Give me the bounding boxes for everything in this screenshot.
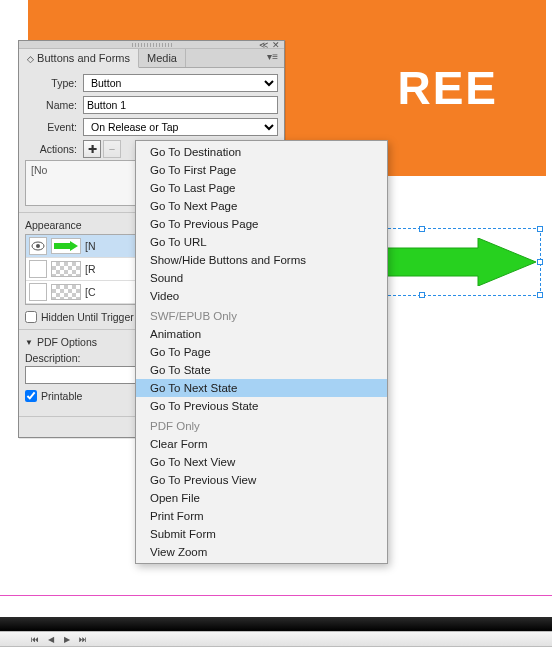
- menu-item[interactable]: Go To Previous State: [136, 397, 387, 415]
- visibility-toggle[interactable]: [29, 237, 47, 255]
- menu-item[interactable]: Animation: [136, 325, 387, 343]
- type-label: Type:: [25, 77, 83, 89]
- event-label: Event:: [25, 121, 83, 133]
- menu-item[interactable]: Go To State: [136, 361, 387, 379]
- resize-handle[interactable]: [419, 292, 425, 298]
- panel-tabs: ◇ Buttons and Forms Media ▾≡: [19, 49, 284, 68]
- menu-item[interactable]: Go To Previous Page: [136, 215, 387, 233]
- printable-checkbox[interactable]: [25, 390, 37, 402]
- printable-label: Printable: [41, 390, 82, 402]
- menu-item[interactable]: Sound: [136, 269, 387, 287]
- guide-line: [0, 595, 552, 596]
- svg-marker-3: [54, 241, 78, 251]
- name-input[interactable]: [83, 96, 278, 114]
- state-label: [C: [85, 286, 96, 298]
- hidden-until-triggered-checkbox[interactable]: [25, 311, 37, 323]
- state-thumbnail: [51, 238, 81, 254]
- menu-section-header: PDF Only: [136, 415, 387, 435]
- menu-item[interactable]: Video: [136, 287, 387, 305]
- visibility-toggle[interactable]: [29, 260, 47, 278]
- timeline-track: [0, 617, 552, 631]
- pdf-options-label: PDF Options: [37, 336, 97, 348]
- last-page-icon[interactable]: ⏭: [78, 634, 88, 644]
- menu-item[interactable]: Submit Form: [136, 525, 387, 543]
- resize-handle[interactable]: [419, 226, 425, 232]
- prev-page-icon[interactable]: ◀: [46, 634, 56, 644]
- menu-item[interactable]: Go To Previous View: [136, 471, 387, 489]
- menu-item[interactable]: Clear Form: [136, 435, 387, 453]
- menu-item[interactable]: Go To Last Page: [136, 179, 387, 197]
- tab-buttons-and-forms[interactable]: ◇ Buttons and Forms: [19, 49, 139, 68]
- collapse-icon[interactable]: ≪: [259, 40, 268, 50]
- visibility-toggle[interactable]: [29, 283, 47, 301]
- tab-media[interactable]: Media: [139, 49, 186, 67]
- eye-icon: [31, 241, 45, 251]
- menu-item[interactable]: Go To Next State: [136, 379, 387, 397]
- actions-dropdown-menu: Go To DestinationGo To First PageGo To L…: [135, 140, 388, 564]
- panel-menu-icon[interactable]: ▾≡: [261, 49, 284, 67]
- page-nav-bar: ⏮ ◀ ▶ ⏭: [0, 631, 552, 647]
- svg-point-2: [36, 244, 40, 248]
- drag-grip-icon: [132, 43, 172, 47]
- state-thumbnail: [51, 284, 81, 300]
- resize-handle[interactable]: [537, 292, 543, 298]
- menu-item[interactable]: Go To First Page: [136, 161, 387, 179]
- state-label: [R: [85, 263, 96, 275]
- menu-item[interactable]: Show/Hide Buttons and Forms: [136, 251, 387, 269]
- menu-item[interactable]: Go To Next Page: [136, 197, 387, 215]
- event-select[interactable]: On Release or Tap: [83, 118, 278, 136]
- add-action-button[interactable]: ✚: [83, 140, 101, 158]
- menu-item[interactable]: View Zoom: [136, 543, 387, 561]
- name-label: Name:: [25, 99, 83, 111]
- hidden-label: Hidden Until Trigger: [41, 311, 134, 323]
- close-icon[interactable]: ✕: [272, 40, 280, 50]
- menu-item[interactable]: Go To Next View: [136, 453, 387, 471]
- first-page-icon[interactable]: ⏮: [30, 634, 40, 644]
- remove-action-button[interactable]: −: [103, 140, 121, 158]
- state-label: [N: [85, 240, 96, 252]
- orange-text: REE: [397, 61, 498, 115]
- menu-item[interactable]: Go To Destination: [136, 143, 387, 161]
- resize-handle[interactable]: [537, 226, 543, 232]
- menu-section-header: SWF/EPUB Only: [136, 305, 387, 325]
- panel-drag-bar[interactable]: ≪ ✕: [19, 41, 284, 49]
- type-select[interactable]: Button: [83, 74, 278, 92]
- menu-item[interactable]: Go To URL: [136, 233, 387, 251]
- resize-handle[interactable]: [537, 259, 543, 265]
- triangle-down-icon: ▼: [25, 338, 33, 347]
- menu-item[interactable]: Open File: [136, 489, 387, 507]
- actions-label: Actions:: [25, 143, 83, 155]
- state-thumbnail: [51, 261, 81, 277]
- next-page-icon[interactable]: ▶: [62, 634, 72, 644]
- menu-item[interactable]: Print Form: [136, 507, 387, 525]
- menu-item[interactable]: Go To Page: [136, 343, 387, 361]
- tab-label: Buttons and Forms: [37, 52, 130, 64]
